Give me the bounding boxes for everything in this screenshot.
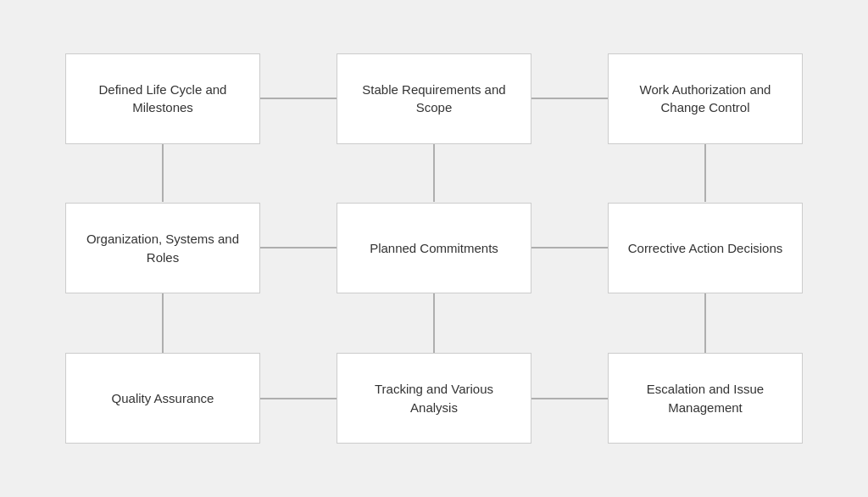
- box-label: Tracking and Various Analysis: [351, 380, 517, 417]
- box-planned-commitments: Planned Commitments: [337, 203, 531, 293]
- box-label: Organization, Systems and Roles: [80, 230, 246, 267]
- box-organization: Organization, Systems and Roles: [65, 203, 260, 293]
- box-quality-assurance: Quality Assurance: [65, 353, 260, 444]
- box-work-authorization: Work Authorization and Change Control: [608, 53, 803, 144]
- cell-row0-col1: Stable Requirements and Scope: [298, 24, 570, 174]
- box-escalation: Escalation and Issue Management: [608, 353, 803, 444]
- cell-row2-col1: Tracking and Various Analysis: [298, 323, 570, 473]
- cell-row0-col2: Work Authorization and Change Control: [570, 24, 841, 174]
- box-label: Quality Assurance: [112, 389, 214, 408]
- diagram-container: Defined Life Cycle and Milestones Stable…: [27, 24, 841, 473]
- box-label: Corrective Action Decisions: [628, 239, 783, 258]
- box-tracking-analysis: Tracking and Various Analysis: [337, 353, 531, 444]
- cell-row1-col0: Organization, Systems and Roles: [27, 174, 298, 324]
- box-label: Planned Commitments: [370, 239, 498, 258]
- box-label: Defined Life Cycle and Milestones: [80, 81, 246, 118]
- box-stable-requirements: Stable Requirements and Scope: [337, 53, 531, 144]
- cell-row1-col1: Planned Commitments: [298, 174, 570, 324]
- box-label: Stable Requirements and Scope: [351, 81, 517, 118]
- box-defined-lifecycle: Defined Life Cycle and Milestones: [65, 53, 260, 144]
- box-label: Escalation and Issue Management: [622, 380, 788, 417]
- box-corrective-action: Corrective Action Decisions: [608, 203, 803, 293]
- cell-row1-col2: Corrective Action Decisions: [570, 174, 841, 324]
- box-label: Work Authorization and Change Control: [622, 81, 788, 118]
- cell-row0-col0: Defined Life Cycle and Milestones: [27, 24, 298, 174]
- cell-row2-col2: Escalation and Issue Management: [570, 323, 841, 473]
- cell-row2-col0: Quality Assurance: [27, 323, 298, 473]
